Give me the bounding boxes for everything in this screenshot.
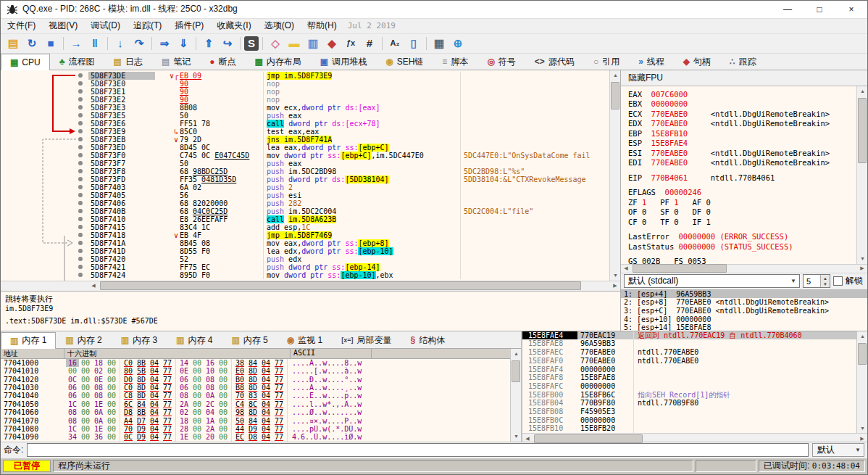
calculator-icon[interactable]: ▦ — [430, 35, 448, 52]
step-out-icon[interactable]: ⇓ — [175, 35, 192, 52]
disasm-row[interactable]: 5D8F73E6FF51 78call dword ptr ds:[ecx+78… — [1, 120, 620, 128]
disasm-row[interactable]: 5D8F740668 82020000push 282 — [1, 199, 620, 207]
disasm-row[interactable]: 5D8F740B68 04C0C25Dpush im.5DC2C0045DC2C… — [1, 207, 620, 215]
checkbox-box[interactable] — [833, 276, 843, 286]
disasm-row[interactable]: 5D8F73DE∨┌EB 09jmp im.5D8F73E9 — [1, 72, 620, 80]
register-row[interactable]: LastStatus 00000000 (STATUS_SUCCESS) — [628, 242, 856, 252]
argument-count-stepper[interactable]: 5 ▲▼ — [803, 274, 830, 288]
tab-trace[interactable]: ∴跟踪 — [720, 54, 766, 70]
labels-icon[interactable]: ▥ — [304, 35, 322, 52]
stack-row[interactable]: 15E8FB04770B9F80ntdll.770B9F80 — [522, 399, 856, 408]
disasm-row[interactable]: 5D8F7410E8 26EEFAFFcall im.5D8A623B — [1, 215, 620, 223]
tab-dump-4[interactable]: ▥内存 4 — [167, 332, 222, 348]
comment-icon[interactable]: ▬ — [285, 35, 303, 52]
disasm-vscrollbar[interactable]: ▲ ▼ — [609, 70, 620, 281]
argument-row[interactable]: 4: [esp+10] 00000000 — [621, 315, 867, 324]
tab-locals[interactable]: [x=]局部变量 — [332, 332, 401, 348]
menu-item[interactable]: 调试(D) — [84, 18, 127, 33]
tab-source[interactable]: <>源代码 — [525, 54, 584, 70]
font-icon[interactable]: A₂ — [386, 35, 404, 52]
tab-handles[interactable]: ◆句柄 — [674, 54, 720, 70]
stack-rows[interactable]: 15E8FAE4770EAC19返回到 ntdll.770EAC19 自 ntd… — [522, 331, 856, 433]
memory-row[interactable]: 7704106008000A00D88B047702000400988D0477… — [1, 408, 510, 416]
menu-item[interactable]: 帮助(H) — [301, 18, 343, 33]
open-file-icon[interactable]: ▤ — [4, 35, 22, 52]
stack-row[interactable]: 15E8FB0C00000000 — [522, 416, 856, 425]
stack-row[interactable]: 15E8FAF815E8FAE8 — [522, 373, 856, 382]
disasm-row[interactable]: 5D8F73E190nop — [1, 88, 620, 96]
hash-icon[interactable]: # — [361, 35, 378, 52]
argument-row[interactable]: 1: [esp+4] 96A59BB3 — [621, 290, 867, 299]
menu-item[interactable]: 插件(P) — [168, 18, 210, 33]
scroll-down-icon[interactable]: ▼ — [511, 431, 522, 442]
patch-icon[interactable]: ◇ — [267, 35, 284, 52]
disasm-row[interactable]: 5D8F742052push edx — [1, 255, 620, 263]
register-row[interactable]: ESI 770EABE0 <ntdll.DbgUiRemoteBreakin> — [628, 149, 856, 159]
run-to-user-code-icon[interactable]: ⇒ — [156, 35, 173, 52]
memory-row[interactable]: 770410200C000E00D08D047706000800B08D0477… — [1, 376, 510, 384]
pause-icon[interactable]: ‖ — [86, 35, 104, 52]
tab-log[interactable]: ▤日志 — [104, 54, 152, 70]
disasm-row[interactable]: 5D8F740556push esi — [1, 191, 620, 199]
tab-watch-1[interactable]: ◉监视 1 — [277, 332, 333, 348]
argument-row[interactable]: 5: [esp+14] 15E8FAE8 — [621, 323, 867, 331]
stop-icon[interactable]: ■ — [42, 35, 59, 52]
scroll-down-icon[interactable]: ▼ — [610, 270, 620, 281]
disasm-row[interactable]: 5D8F73F750push eax — [1, 160, 620, 168]
register-row[interactable]: ZF 1 PF 1 AF 0 — [628, 198, 856, 208]
tab-notes[interactable]: ▤笔记 — [152, 54, 200, 70]
stack-row[interactable]: 15E8FB1015E8FB20 — [522, 424, 856, 433]
menu-item[interactable]: 追踪(T) — [127, 18, 168, 33]
menu-item[interactable]: 视图(V) — [42, 18, 84, 33]
maximize-button[interactable]: □ — [804, 1, 835, 18]
tab-call-stack[interactable]: ▣调用堆栈 — [311, 54, 376, 70]
stack-row[interactable]: 15E8FAE896A59BB3 — [522, 339, 856, 348]
register-row[interactable]: OF 0 SF 0 DF 0 — [628, 207, 856, 218]
stack-row[interactable]: 15E8FAF400000000 — [522, 365, 856, 374]
dump-vscrollbar[interactable]: ▲ ▼ — [510, 349, 521, 442]
scroll-up-icon[interactable]: ▲ — [857, 86, 868, 96]
disasm-row[interactable]: 5D8F73ED8D45 0Clea eax,dword ptr ss:[ebp… — [1, 144, 620, 152]
register-row[interactable]: EBP 15E8FB10 — [628, 129, 856, 139]
tab-dump-1[interactable]: ▥内存 1 — [1, 332, 56, 349]
register-row[interactable]: CF 0 TF 0 IF 1 — [628, 218, 856, 228]
memory-row[interactable]: 7704104006000800C88D047708000A0070830477… — [1, 392, 510, 400]
scroll-left-icon[interactable]: ◀ — [88, 281, 99, 291]
disasm-row[interactable]: 5D8F73E38B08mov ecx,dword ptr ds:[eax] — [1, 104, 620, 112]
disasm-row[interactable]: 5D8F7424895D F0mov dword ptr ss:[ebp-10]… — [1, 271, 620, 279]
command-input[interactable] — [27, 443, 809, 457]
register-row[interactable]: ESP 15E8FAE4 — [628, 139, 856, 149]
stack-row[interactable]: 15E8FAF0770EABE0ntdll.770EABE0 — [522, 357, 856, 365]
disasm-row[interactable]: 5D8F7418∨EB 4Fjmp im.5D8F7469 — [1, 231, 620, 239]
scroll-up-icon[interactable]: ▲ — [610, 70, 620, 80]
calling-convention-select[interactable]: 默认 (stdcall) ▼ — [624, 274, 800, 288]
register-row[interactable]: EDX 770EABE0 <ntdll.DbgUiRemoteBreakin> — [628, 119, 856, 129]
stack-row[interactable]: 15E8FAFC00000000 — [522, 382, 856, 391]
bookmarks-icon[interactable]: ◆ — [323, 35, 341, 52]
memory-row[interactable]: 7704103006000800C08D047706000800B88D0477… — [1, 384, 510, 392]
run-icon[interactable]: → — [67, 35, 85, 52]
notify-icon[interactable]: ▯ — [405, 35, 422, 52]
disasm-row[interactable]: 5D8F73E290nop — [1, 96, 620, 104]
memory-row[interactable]: 7704107008000A00A4D7047718001A0050840477… — [1, 417, 510, 425]
tab-dump-3[interactable]: ▥内存 3 — [112, 332, 167, 348]
internet-icon[interactable]: ⊕ — [449, 35, 467, 52]
tab-dump-2[interactable]: ▥内存 2 — [56, 332, 111, 348]
disasm-row[interactable]: 5D8F73FDFF35 0481D35Dpush dword ptr ds:[… — [1, 175, 620, 183]
settings-icon[interactable]: S — [244, 36, 259, 51]
stack-row[interactable]: 15E8FAEC770EABE0ntdll.770EABE0 — [522, 348, 856, 357]
disasm-row[interactable]: 5D8F74036A 02push 2 — [1, 183, 620, 191]
scroll-down-icon[interactable]: ▼ — [857, 423, 868, 433]
argument-row[interactable]: 3: [esp+C] 770EABE0 <ntdll.DbgUiRemoteBr… — [621, 307, 867, 315]
arguments-list[interactable]: 1: [esp+4] 96A59BB32: [esp+8] 770EABE0 <… — [621, 289, 867, 331]
functions-icon[interactable]: ƒx — [342, 35, 359, 52]
scroll-down-icon[interactable]: ▼ — [857, 254, 868, 264]
stack-vscrollbar[interactable]: ▲ ▼ — [856, 331, 867, 433]
disasm-hscrollbar[interactable]: ◀ ▶ — [1, 281, 620, 291]
memory-row[interactable]: 77041090340036000CD904771E002000ECD80477… — [1, 433, 510, 441]
dump-rows[interactable]: 7704100016001800C08B04771400160038840477… — [1, 359, 510, 442]
disasm-row[interactable]: 5D8F741583C4 1Cadd esp,1C — [1, 223, 620, 231]
scroll-right-icon[interactable]: ▶ — [610, 281, 620, 291]
disasm-row[interactable]: 5D8F73F0C745 0C E047C45Dmov dword ptr ss… — [1, 152, 620, 160]
stack-hscrollbar[interactable]: ◀ ▶ — [522, 433, 867, 443]
